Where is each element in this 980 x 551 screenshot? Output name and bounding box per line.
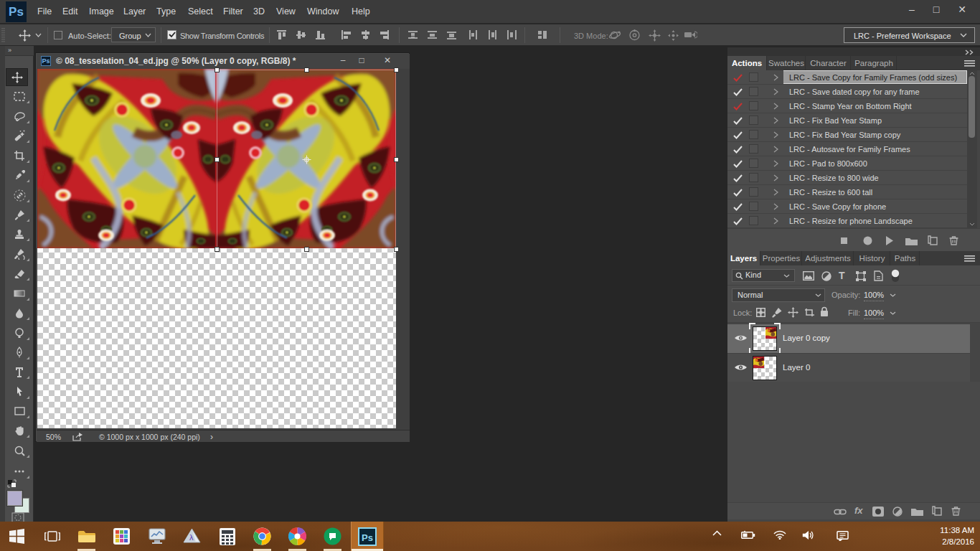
- svg-text:λ: λ: [189, 533, 194, 542]
- svg-text:Ps: Ps: [362, 532, 373, 543]
